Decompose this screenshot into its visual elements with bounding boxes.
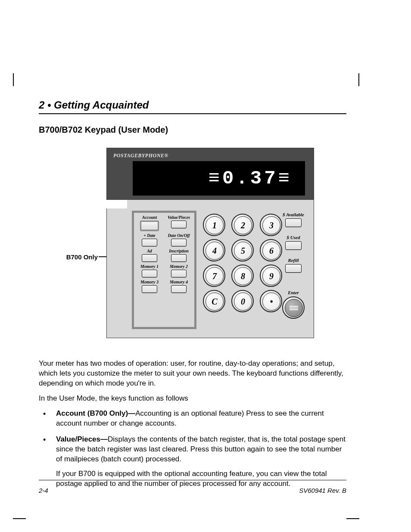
device-panel: POSTAGEBYPHONE® ≡0.37≡ Account <box>106 148 314 338</box>
memory2-button[interactable] <box>171 270 187 277</box>
num-0-button[interactable]: 0 <box>231 290 254 312</box>
lcd-display: ≡0.37≡ <box>133 161 305 196</box>
used-label: $ Used <box>278 235 308 240</box>
paragraph: In the User Mode, the keys function as f… <box>39 394 346 404</box>
page-number: 2-4 <box>39 487 48 494</box>
enter-icon <box>290 305 298 311</box>
body-text: Your meter has two modes of operation: u… <box>39 359 346 489</box>
paragraph: Your meter has two modes of operation: u… <box>39 359 346 389</box>
memory4-label: Memory 4 <box>166 280 192 284</box>
account-label: Account <box>137 215 162 220</box>
bullet-item: Value/Pieces—Displays the contents of th… <box>39 435 346 489</box>
ad-button[interactable] <box>142 254 157 262</box>
plus-date-label: + Date <box>137 233 162 238</box>
memory1-button[interactable] <box>142 270 157 277</box>
ad-label: Ad <box>137 249 162 253</box>
term-value-pieces: Value/Pieces— <box>56 435 108 443</box>
term-account: Account (B700 Only)— <box>56 409 135 417</box>
inscription-label: Inscription <box>166 249 192 253</box>
page: 2 • Getting Acquainted B700/B702 Keypad … <box>0 0 411 532</box>
brand-label: POSTAGEBYPHONE® <box>113 152 168 159</box>
clear-button[interactable]: C <box>203 290 225 312</box>
num-4-button[interactable]: 4 <box>203 239 225 261</box>
memory1-label: Memory 1 <box>137 264 162 269</box>
memory4-button[interactable] <box>171 285 187 293</box>
value-pieces-label: Value/Pieces <box>166 215 192 220</box>
used-button[interactable] <box>285 241 302 250</box>
account-button[interactable] <box>140 221 159 231</box>
right-key-column: $ Available $ Used Refill Enter <box>278 212 308 319</box>
refill-label: Refill <box>278 258 308 263</box>
callout-b700-only: B700 Only <box>55 253 98 261</box>
date-onoff-label: Date On/Off <box>166 233 192 238</box>
footer-rule <box>39 480 346 480</box>
num-1-button[interactable]: 1 <box>203 214 225 236</box>
function-key-block: Account Value/Pieces + Date <box>132 211 196 329</box>
enter-button[interactable] <box>282 296 305 319</box>
plus-date-button[interactable] <box>142 239 157 246</box>
crop-mark <box>346 518 359 519</box>
revision-label: SV60941 Rev. B <box>299 487 346 494</box>
inscription-button[interactable] <box>171 254 187 262</box>
enter-label: Enter <box>278 290 308 295</box>
chapter-rule <box>39 113 346 114</box>
chapter-title: 2 • Getting Acquainted <box>39 99 346 111</box>
memory2-label: Memory 2 <box>166 264 192 269</box>
keypad-figure: B700 Only POSTAGEBYPHONE® ≡0.37≡ <box>55 148 330 346</box>
crop-mark <box>13 73 14 86</box>
keypad-area: Account Value/Pieces + Date <box>128 208 314 338</box>
num-8-button[interactable]: 8 <box>231 264 254 287</box>
page-footer: 2-4 SV60941 Rev. B <box>39 487 346 494</box>
numeric-keypad: 1 2 3 4 5 6 7 8 9 C 0 • <box>203 214 285 314</box>
lcd-text: ≡0.37≡ <box>209 168 292 189</box>
available-label: $ Available <box>278 212 308 217</box>
memory3-button[interactable] <box>142 285 157 293</box>
num-5-button[interactable]: 5 <box>231 239 254 261</box>
value-pieces-button[interactable] <box>171 221 187 228</box>
num-7-button[interactable]: 7 <box>203 264 225 287</box>
bullet-item: Account (B700 Only)—Accounting is an opt… <box>39 409 346 429</box>
date-onoff-button[interactable] <box>171 239 187 246</box>
content-area: 2 • Getting Acquainted B700/B702 Keypad … <box>39 99 346 495</box>
crop-mark <box>358 73 359 86</box>
device-notch <box>106 200 127 208</box>
available-button[interactable] <box>285 218 302 227</box>
device-top: POSTAGEBYPHONE® ≡0.37≡ <box>107 148 314 200</box>
section-title: B700/B702 Keypad (User Mode) <box>39 125 346 135</box>
memory3-label: Memory 3 <box>137 280 162 284</box>
bullet-subparagraph: If your B700 is equipped with the option… <box>56 469 346 489</box>
num-2-button[interactable]: 2 <box>231 214 254 236</box>
crop-mark <box>13 518 26 519</box>
refill-button[interactable] <box>285 264 302 273</box>
